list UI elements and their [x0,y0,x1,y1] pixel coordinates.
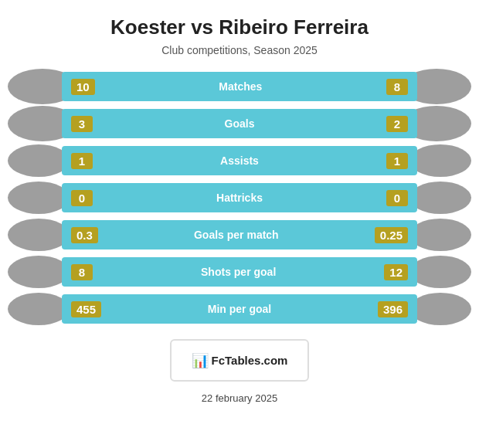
right-value: 12 [384,264,408,280]
stat-label: Assists [93,154,386,167]
stat-bar: 455Min per goal396 [62,294,417,324]
stat-label: Matches [95,80,386,93]
stat-label: Shots per goal [93,266,384,278]
stat-label: Min per goal [101,303,378,315]
right-value: 2 [386,116,408,132]
right-value: 396 [378,301,408,317]
left-value: 1 [71,153,93,169]
left-oval [8,256,70,288]
right-oval [409,182,471,214]
stat-label: Goals [93,117,386,130]
left-value: 8 [71,264,93,280]
stat-bar: 8Shots per goal12 [62,257,417,287]
left-oval [8,293,70,325]
stat-bar: 3Goals2 [62,109,417,138]
stat-row: 455Min per goal396 [15,293,464,325]
logo-container: 📊 FcTables.com [170,339,309,382]
right-value: 8 [386,79,408,95]
page-title: Koester vs Ribeiro Ferreira [110,15,369,39]
right-oval [409,219,471,251]
right-oval [409,256,471,288]
right-value: 0 [386,190,408,206]
stat-bar: 1Assists1 [62,146,417,175]
logo-icon: 📊 [192,352,209,369]
stat-bar: 0Hattricks0 [62,183,417,212]
stat-row: 3Goals2 [15,107,464,140]
left-value: 0 [71,190,93,206]
right-oval [409,144,471,177]
left-oval [8,144,70,177]
stat-row: 0Hattricks0 [15,182,464,214]
stat-row: 0.3Goals per match0.25 [15,219,464,251]
left-value: 10 [71,79,95,95]
right-value: 0.25 [375,227,408,243]
stat-row: 1Assists1 [15,144,464,177]
stat-row: 10Matches8 [15,70,464,103]
logo-text: FcTables.com [212,354,288,367]
footer-date: 22 february 2025 [202,392,277,404]
stat-bar: 10Matches8 [62,72,417,101]
stat-row: 8Shots per goal12 [15,256,464,288]
stats-container: 10Matches83Goals21Assists10Hattricks00.3… [8,70,471,325]
stat-bar: 0.3Goals per match0.25 [62,220,417,249]
right-value: 1 [386,153,408,169]
left-value: 455 [71,301,101,317]
right-oval [409,293,471,325]
left-value: 0.3 [71,227,98,243]
page-subtitle: Club competitions, Season 2025 [161,44,318,56]
left-value: 3 [71,116,93,132]
stat-label: Hattricks [93,192,386,204]
left-oval [8,219,70,251]
left-oval [8,182,70,214]
stat-label: Goals per match [98,229,375,241]
